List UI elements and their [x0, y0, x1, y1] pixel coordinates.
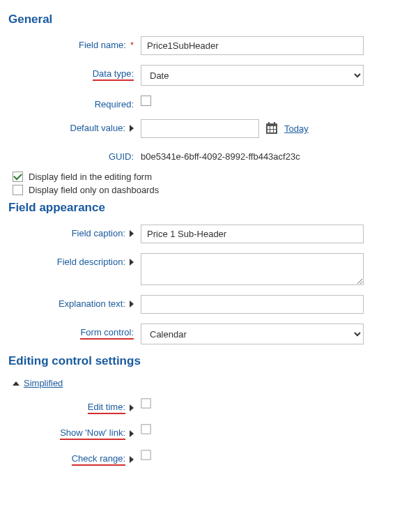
default-value-label: Default value: — [8, 119, 141, 133]
field-description-label: Field description: — [8, 253, 141, 267]
check-range-label: Check range: — [8, 450, 141, 466]
simplified-link[interactable]: Simplified — [24, 378, 63, 388]
explanation-text-input[interactable] — [141, 295, 364, 314]
guid-label: GUID: — [8, 148, 141, 162]
expand-icon[interactable] — [130, 230, 134, 237]
expand-icon[interactable] — [130, 301, 134, 307]
calendar-icon[interactable] — [266, 123, 277, 134]
required-checkbox[interactable] — [141, 96, 151, 106]
data-type-label: Data type: — [8, 65, 141, 81]
show-now-label: Show 'Now' link: — [8, 424, 141, 440]
edit-time-checkbox[interactable] — [141, 398, 150, 408]
form-control-label: Form control: — [8, 324, 141, 340]
data-type-select[interactable]: Date — [141, 65, 364, 86]
expand-icon[interactable] — [130, 259, 134, 266]
expand-icon[interactable] — [130, 125, 134, 132]
expand-icon[interactable] — [130, 456, 134, 463]
required-label: Required: — [8, 96, 141, 109]
field-caption-label: Field caption: — [8, 225, 141, 238]
show-now-checkbox[interactable] — [141, 424, 150, 434]
section-general-title: General — [8, 13, 387, 26]
today-link[interactable]: Today — [284, 123, 309, 134]
field-name-input[interactable] — [141, 36, 364, 55]
guid-value: b0e5341e-6bff-4092-8992-ffb443acf23c — [141, 148, 300, 162]
edit-time-label: Edit time: — [8, 398, 141, 414]
display-dashboards-label: Display field only on dashboards — [29, 185, 159, 195]
section-appearance-title: Field appearance — [8, 201, 387, 215]
field-name-label: Field name:* — [8, 36, 141, 50]
section-editing-title: Editing control settings — [8, 354, 387, 368]
default-value-input[interactable] — [141, 119, 259, 138]
form-control-select[interactable]: Calendar — [141, 324, 364, 344]
required-asterisk: * — [130, 40, 134, 50]
field-description-textarea[interactable] — [141, 253, 364, 285]
field-caption-input[interactable] — [141, 225, 364, 243]
explanation-text-label: Explanation text: — [8, 295, 141, 309]
check-range-checkbox[interactable] — [141, 450, 150, 459]
display-editing-label: Display field in the editing form — [29, 172, 152, 182]
expand-icon[interactable] — [130, 404, 134, 411]
display-editing-checkbox[interactable] — [13, 172, 23, 182]
expand-icon[interactable] — [130, 430, 134, 437]
collapse-icon[interactable] — [13, 381, 20, 386]
display-dashboards-checkbox[interactable] — [13, 185, 23, 195]
